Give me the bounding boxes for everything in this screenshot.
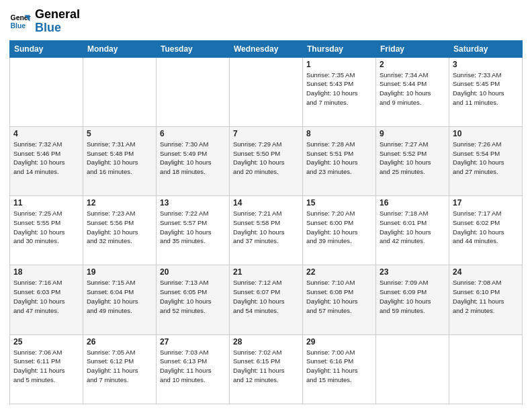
calendar-cell: 26Sunrise: 7:05 AM Sunset: 6:12 PM Dayli…: [83, 334, 157, 404]
day-number: 3: [453, 60, 519, 69]
calendar-cell: 21Sunrise: 7:12 AM Sunset: 6:07 PM Dayli…: [230, 265, 303, 334]
calendar-week-5: 25Sunrise: 7:06 AM Sunset: 6:11 PM Dayli…: [10, 334, 523, 404]
day-info: Sunrise: 7:33 AM Sunset: 5:45 PM Dayligh…: [453, 71, 519, 107]
calendar-cell: 23Sunrise: 7:09 AM Sunset: 6:09 PM Dayli…: [376, 265, 449, 334]
generalblue-logo-icon: General Blue: [9, 11, 31, 32]
day-number: 25: [13, 337, 79, 347]
calendar-cell: 17Sunrise: 7:17 AM Sunset: 6:02 PM Dayli…: [449, 196, 523, 265]
day-number: 10: [453, 129, 519, 138]
day-number: 7: [233, 129, 299, 138]
day-info: Sunrise: 7:13 AM Sunset: 6:05 PM Dayligh…: [160, 278, 226, 315]
svg-text:Blue: Blue: [11, 21, 26, 29]
weekday-header-tuesday: Tuesday: [157, 40, 230, 57]
calendar-cell: 4Sunrise: 7:32 AM Sunset: 5:46 PM Daylig…: [10, 126, 83, 195]
day-info: Sunrise: 7:10 AM Sunset: 6:08 PM Dayligh…: [306, 278, 372, 315]
calendar-cell: [230, 57, 303, 126]
weekday-header-saturday: Saturday: [449, 40, 523, 57]
calendar-week-2: 4Sunrise: 7:32 AM Sunset: 5:46 PM Daylig…: [10, 126, 523, 195]
calendar-cell: 16Sunrise: 7:18 AM Sunset: 6:01 PM Dayli…: [376, 196, 449, 265]
calendar-cell: 19Sunrise: 7:15 AM Sunset: 6:04 PM Dayli…: [83, 265, 157, 334]
day-info: Sunrise: 7:31 AM Sunset: 5:48 PM Dayligh…: [87, 140, 152, 177]
weekday-header-sunday: Sunday: [10, 40, 83, 57]
calendar-cell: 7Sunrise: 7:29 AM Sunset: 5:50 PM Daylig…: [230, 126, 303, 195]
calendar-cell: 10Sunrise: 7:26 AM Sunset: 5:54 PM Dayli…: [449, 126, 523, 195]
day-info: Sunrise: 7:02 AM Sunset: 6:15 PM Dayligh…: [233, 348, 299, 385]
day-info: Sunrise: 7:09 AM Sunset: 6:09 PM Dayligh…: [380, 278, 445, 315]
calendar-cell: 29Sunrise: 7:00 AM Sunset: 6:16 PM Dayli…: [303, 334, 376, 404]
logo-text-blue: Blue: [35, 21, 61, 34]
day-number: 2: [380, 60, 445, 69]
day-info: Sunrise: 7:26 AM Sunset: 5:54 PM Dayligh…: [453, 140, 519, 177]
calendar-cell: [83, 57, 157, 126]
day-number: 18: [13, 267, 79, 277]
day-info: Sunrise: 7:27 AM Sunset: 5:52 PM Dayligh…: [380, 140, 445, 177]
day-number: 20: [160, 267, 226, 277]
day-info: Sunrise: 7:25 AM Sunset: 5:55 PM Dayligh…: [13, 209, 79, 246]
day-number: 8: [306, 129, 372, 138]
calendar-week-1: 1Sunrise: 7:35 AM Sunset: 5:43 PM Daylig…: [10, 57, 523, 126]
day-number: 14: [233, 198, 299, 208]
calendar-cell: 11Sunrise: 7:25 AM Sunset: 5:55 PM Dayli…: [10, 196, 83, 265]
day-info: Sunrise: 7:32 AM Sunset: 5:46 PM Dayligh…: [13, 140, 79, 177]
day-number: 11: [13, 198, 79, 208]
calendar-cell: 24Sunrise: 7:08 AM Sunset: 6:10 PM Dayli…: [449, 265, 523, 334]
day-info: Sunrise: 7:00 AM Sunset: 6:16 PM Dayligh…: [306, 348, 372, 385]
calendar-cell: 12Sunrise: 7:23 AM Sunset: 5:56 PM Dayli…: [83, 196, 157, 265]
calendar-cell: 22Sunrise: 7:10 AM Sunset: 6:08 PM Dayli…: [303, 265, 376, 334]
day-number: 12: [87, 198, 152, 208]
calendar-week-4: 18Sunrise: 7:16 AM Sunset: 6:03 PM Dayli…: [10, 265, 523, 334]
calendar-cell: 1Sunrise: 7:35 AM Sunset: 5:43 PM Daylig…: [303, 57, 376, 126]
calendar-cell: 15Sunrise: 7:20 AM Sunset: 6:00 PM Dayli…: [303, 196, 376, 265]
calendar-cell: 2Sunrise: 7:34 AM Sunset: 5:44 PM Daylig…: [376, 57, 449, 126]
weekday-header-wednesday: Wednesday: [230, 40, 303, 57]
header: General Blue GeneralBlue: [9, 8, 523, 35]
weekday-header-friday: Friday: [376, 40, 449, 57]
calendar-cell: 8Sunrise: 7:28 AM Sunset: 5:51 PM Daylig…: [303, 126, 376, 195]
weekday-header-row: SundayMondayTuesdayWednesdayThursdayFrid…: [10, 40, 523, 57]
calendar-cell: 14Sunrise: 7:21 AM Sunset: 5:58 PM Dayli…: [230, 196, 303, 265]
day-number: 28: [233, 337, 299, 347]
day-info: Sunrise: 7:08 AM Sunset: 6:10 PM Dayligh…: [453, 278, 519, 315]
calendar-cell: 27Sunrise: 7:03 AM Sunset: 6:13 PM Dayli…: [157, 334, 230, 404]
day-number: 6: [160, 129, 226, 138]
day-info: Sunrise: 7:03 AM Sunset: 6:13 PM Dayligh…: [160, 348, 226, 385]
calendar-cell: 3Sunrise: 7:33 AM Sunset: 5:45 PM Daylig…: [449, 57, 523, 126]
day-number: 15: [306, 198, 372, 208]
day-info: Sunrise: 7:15 AM Sunset: 6:04 PM Dayligh…: [87, 278, 152, 315]
day-info: Sunrise: 7:29 AM Sunset: 5:50 PM Dayligh…: [233, 140, 299, 177]
calendar-cell: 9Sunrise: 7:27 AM Sunset: 5:52 PM Daylig…: [376, 126, 449, 195]
day-number: 22: [306, 267, 372, 277]
calendar-week-3: 11Sunrise: 7:25 AM Sunset: 5:55 PM Dayli…: [10, 196, 523, 265]
day-number: 21: [233, 267, 299, 277]
day-number: 27: [160, 337, 226, 347]
day-number: 26: [87, 337, 152, 347]
weekday-header-thursday: Thursday: [303, 40, 376, 57]
day-info: Sunrise: 7:23 AM Sunset: 5:56 PM Dayligh…: [87, 209, 152, 246]
day-info: Sunrise: 7:06 AM Sunset: 6:11 PM Dayligh…: [13, 348, 79, 385]
day-info: Sunrise: 7:12 AM Sunset: 6:07 PM Dayligh…: [233, 278, 299, 315]
day-number: 5: [87, 129, 152, 138]
day-info: Sunrise: 7:30 AM Sunset: 5:49 PM Dayligh…: [160, 140, 226, 177]
day-info: Sunrise: 7:17 AM Sunset: 6:02 PM Dayligh…: [453, 209, 519, 246]
day-info: Sunrise: 7:34 AM Sunset: 5:44 PM Dayligh…: [380, 71, 445, 107]
day-info: Sunrise: 7:21 AM Sunset: 5:58 PM Dayligh…: [233, 209, 299, 246]
day-number: 4: [13, 129, 79, 138]
day-number: 17: [453, 198, 519, 208]
day-number: 19: [87, 267, 152, 277]
calendar-cell: 25Sunrise: 7:06 AM Sunset: 6:11 PM Dayli…: [10, 334, 83, 404]
calendar-cell: 6Sunrise: 7:30 AM Sunset: 5:49 PM Daylig…: [157, 126, 230, 195]
calendar-cell: [157, 57, 230, 126]
day-info: Sunrise: 7:22 AM Sunset: 5:57 PM Dayligh…: [160, 209, 226, 246]
day-number: 1: [306, 60, 372, 69]
weekday-header-monday: Monday: [83, 40, 157, 57]
calendar-cell: [10, 57, 83, 126]
day-number: 9: [380, 129, 445, 138]
calendar-cell: [376, 334, 449, 404]
page: General Blue GeneralBlue SundayMondayTue…: [0, 0, 532, 411]
day-info: Sunrise: 7:18 AM Sunset: 6:01 PM Dayligh…: [380, 209, 445, 246]
day-info: Sunrise: 7:20 AM Sunset: 6:00 PM Dayligh…: [306, 209, 372, 246]
day-info: Sunrise: 7:28 AM Sunset: 5:51 PM Dayligh…: [306, 140, 372, 177]
calendar-cell: [449, 334, 523, 404]
logo: General Blue GeneralBlue: [9, 8, 80, 35]
logo-text-general: GeneralBlue: [35, 8, 80, 35]
